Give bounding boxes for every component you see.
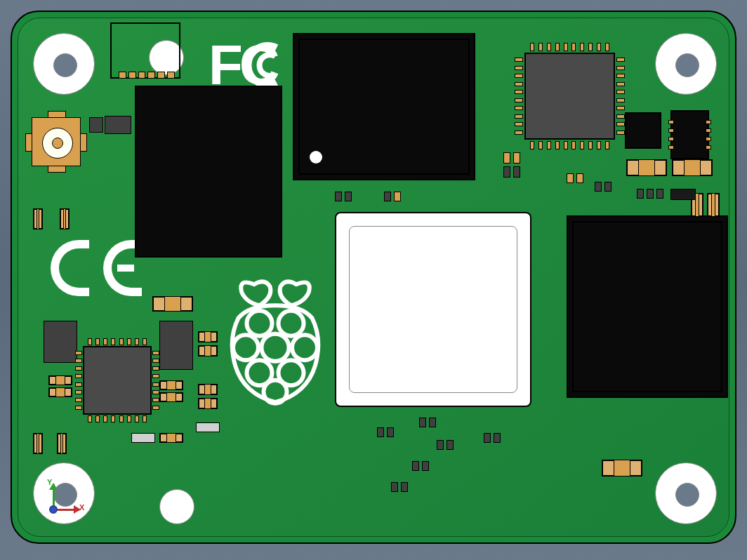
smd-component-34 (670, 189, 696, 200)
pin1-dot-icon (310, 151, 322, 164)
smd-component-23 (503, 152, 510, 164)
smd-component-0 (89, 117, 103, 133)
smd-component-4 (33, 433, 43, 454)
smd-component-26 (513, 166, 520, 178)
capacitor-large-2 (159, 321, 193, 370)
smd-component-32 (647, 189, 654, 199)
ufl-antenna-connector (32, 117, 81, 166)
antenna-shield-outline (110, 22, 180, 79)
smd-component-40 (429, 418, 436, 427)
smd-component-20 (672, 159, 713, 176)
smd-component-30 (604, 182, 612, 192)
fiducial-2 (159, 489, 194, 524)
smd-component-44 (447, 440, 454, 450)
smd-component-17 (159, 433, 183, 443)
soc-shield (335, 212, 531, 407)
mount-hole-tl (33, 33, 95, 95)
smd-component-46 (494, 433, 501, 443)
smd-component-16 (131, 433, 155, 443)
axis-y-label: Y (47, 478, 52, 486)
smd-component-29 (595, 182, 602, 192)
smd-component-49 (391, 482, 398, 492)
svg-point-0 (247, 311, 272, 336)
pmic-chip (519, 47, 621, 145)
smd-component-10 (198, 398, 218, 409)
smd-component-2 (33, 208, 43, 229)
ce-marking (51, 240, 142, 296)
smd-component-47 (412, 461, 419, 471)
smd-component-7 (198, 331, 218, 342)
smd-component-39 (419, 418, 426, 427)
mount-hole-br (655, 462, 717, 524)
svg-point-1 (279, 311, 304, 336)
regulator-ic (79, 342, 156, 419)
smd-component-25 (503, 166, 510, 178)
pcb-board: FC (11, 11, 736, 544)
smd-component-5 (57, 433, 67, 454)
smd-component-14 (159, 392, 183, 402)
axis-triad-icon: Y X (39, 488, 81, 530)
wifi-module-chip (135, 86, 282, 258)
smd-component-50 (401, 482, 408, 492)
smd-component-48 (422, 461, 429, 471)
svg-point-2 (233, 335, 258, 360)
smd-component-35 (335, 192, 342, 201)
smd-component-15 (196, 422, 220, 432)
mount-hole-tr (655, 33, 717, 95)
smd-component-6 (152, 296, 193, 312)
smd-component-24 (513, 152, 520, 164)
smd-component-41 (377, 427, 384, 437)
small-ic-1 (625, 112, 661, 149)
smd-component-13 (159, 380, 183, 390)
smd-component-45 (484, 433, 491, 443)
smd-component-12 (48, 387, 72, 397)
smd-component-8 (198, 345, 218, 356)
smd-component-36 (345, 192, 352, 201)
smd-component-19 (626, 159, 667, 176)
capacitor-large-1 (44, 321, 77, 363)
smd-component-37 (384, 192, 391, 201)
smd-component-28 (576, 173, 583, 183)
raspberry-pi-logo-icon (223, 275, 328, 408)
svg-point-3 (262, 334, 289, 361)
smd-component-42 (387, 427, 394, 437)
small-ic-2 (670, 110, 709, 159)
smd-component-18 (602, 460, 642, 476)
smd-component-27 (567, 173, 574, 183)
smd-component-9 (198, 384, 218, 395)
smd-component-11 (48, 375, 72, 385)
smd-component-22 (707, 193, 720, 217)
ram-chip (293, 33, 475, 180)
smd-component-43 (437, 440, 444, 450)
smd-component-3 (60, 208, 70, 229)
smd-component-31 (637, 189, 644, 199)
axis-x-label: X (79, 503, 84, 512)
smd-component-33 (656, 189, 663, 199)
svg-point-4 (292, 335, 317, 360)
emmc-chip (567, 215, 728, 398)
smd-component-1 (105, 116, 131, 134)
smd-component-38 (394, 192, 401, 201)
